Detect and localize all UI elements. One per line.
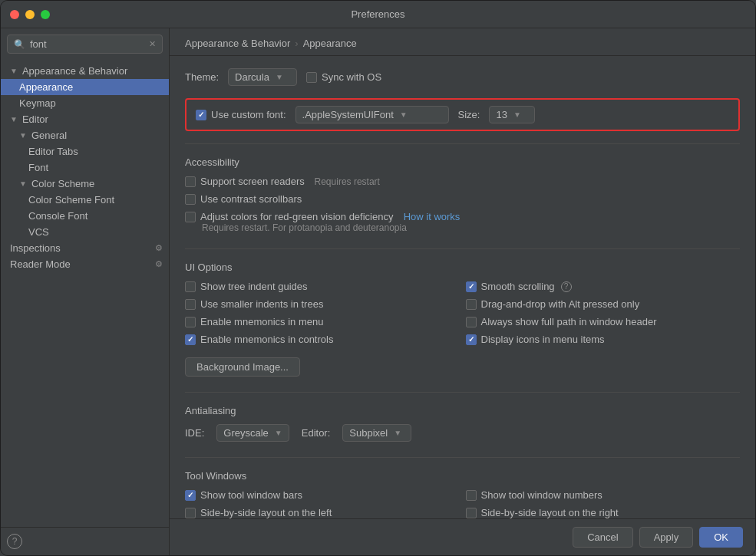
sidebar-item-console-font[interactable]: Console Font [1, 208, 169, 224]
titlebar: Preferences [1, 1, 755, 28]
show-tool-numbers-checkbox[interactable] [466, 490, 477, 501]
drag-drop-checkbox[interactable] [466, 299, 477, 310]
color-adjust-checkbox[interactable] [185, 212, 196, 222]
editor-antialiasing-dropdown[interactable]: Subpixel ▼ [342, 424, 411, 442]
sidebar-tree: Appearance & Behavior Appearance Keymap … [1, 60, 169, 527]
accessibility-title: Accessibility [185, 156, 740, 168]
side-by-side-left-checkbox[interactable] [185, 508, 196, 518]
mnemonics-menu-checkbox[interactable] [185, 317, 196, 327]
dropdown-arrow-icon: ▼ [276, 73, 283, 81]
sidebar-item-label: Reader Mode [10, 258, 71, 270]
tool-windows-grid: Show tool window bars Side-by-side layou… [185, 489, 740, 518]
info-icon: ? [561, 281, 572, 292]
sidebar-item-label: Console Font [28, 210, 87, 222]
close-button[interactable] [10, 10, 19, 19]
sidebar-item-vcs[interactable]: VCS [1, 224, 169, 240]
font-size-dropdown[interactable]: 13 ▼ [489, 106, 535, 123]
main-panel: Appearance & Behavior › Appearance Theme… [170, 28, 755, 555]
how-it-works-link[interactable]: How it works [398, 211, 460, 222]
settings-icon: ⚙ [155, 259, 163, 269]
custom-font-box: Use custom font: .AppleSystemUIFont ▼ Si… [185, 98, 740, 131]
drag-drop-label: Drag-and-drop with Alt pressed only [481, 298, 640, 310]
dropdown-arrow-icon: ▼ [394, 429, 401, 437]
display-icons-checkbox[interactable] [466, 334, 477, 345]
tool-windows-right: Show tool window numbers Side-by-side la… [466, 489, 741, 518]
divider [185, 143, 740, 144]
theme-row: Theme: Darcula ▼ Sync with OS [185, 68, 740, 86]
ui-options-section: UI Options Show tree indent guides Use s… [185, 262, 740, 377]
side-by-side-right-checkbox[interactable] [466, 508, 477, 518]
sidebar-item-label: Editor Tabs [28, 146, 78, 157]
sidebar-item-appearance[interactable]: Appearance [1, 79, 169, 95]
sidebar-item-color-scheme-font[interactable]: Color Scheme Font [1, 192, 169, 208]
cancel-button[interactable]: Cancel [573, 527, 632, 548]
sidebar-bottom: ? [1, 527, 169, 555]
side-by-side-left-label: Side-by-side layout on the left [200, 507, 332, 518]
maximize-button[interactable] [41, 10, 50, 19]
theme-label: Theme: [185, 71, 219, 83]
show-tool-bars-checkbox[interactable] [185, 490, 196, 501]
ui-options-grid: Show tree indent guides Use smaller inde… [185, 281, 740, 351]
sidebar-item-label: Inspections [10, 242, 61, 254]
background-image-button[interactable]: Background Image... [185, 357, 300, 377]
breadcrumb: Appearance & Behavior › Appearance [185, 38, 740, 49]
caret-icon [10, 67, 18, 75]
ide-antialiasing-dropdown[interactable]: Greyscale ▼ [216, 424, 289, 442]
smooth-scrolling-checkbox[interactable] [466, 281, 477, 292]
tree-indent-checkbox[interactable] [185, 281, 196, 292]
side-by-side-left-row: Side-by-side layout on the left [185, 507, 460, 518]
sidebar-item-color-scheme[interactable]: Color Scheme [1, 176, 169, 192]
smooth-scrolling-label: Smooth scrolling [481, 281, 555, 292]
antialiasing-section: Antialiasing IDE: Greyscale ▼ Editor: Su… [185, 405, 740, 442]
dropdown-arrow-icon: ▼ [400, 110, 408, 119]
mnemonics-menu-row: Enable mnemonics in menu [185, 316, 460, 327]
use-custom-font-row: Use custom font: [196, 109, 286, 120]
contrast-scrollbars-label: Use contrast scrollbars [200, 193, 302, 205]
sidebar-item-editor[interactable]: Editor [1, 111, 169, 127]
antialiasing-title: Antialiasing [185, 405, 740, 416]
font-family-value: .AppleSystemUIFont [302, 109, 394, 120]
breadcrumb-separator: › [295, 38, 298, 49]
dropdown-arrow-icon: ▼ [513, 110, 521, 119]
editor-antialiasing-value: Subpixel [349, 427, 388, 439]
sidebar-item-appearance-behavior[interactable]: Appearance & Behavior [1, 63, 169, 79]
show-tool-bars-label: Show tool window bars [200, 489, 302, 501]
requires-restart-note: Requires restart [309, 176, 380, 187]
bottom-bar: Cancel Apply OK [170, 518, 755, 555]
sidebar-item-inspections[interactable]: Inspections ⚙ [1, 240, 169, 256]
sidebar-item-reader-mode[interactable]: Reader Mode ⚙ [1, 256, 169, 272]
search-input[interactable] [30, 38, 144, 50]
full-path-label: Always show full path in window header [481, 316, 657, 327]
apply-button[interactable]: Apply [639, 527, 694, 548]
sidebar-item-label: Appearance [19, 81, 73, 93]
full-path-row: Always show full path in window header [466, 316, 741, 327]
custom-font-checkbox[interactable] [196, 110, 206, 120]
font-family-dropdown[interactable]: .AppleSystemUIFont ▼ [295, 106, 449, 123]
settings-icon: ⚙ [155, 243, 163, 253]
side-by-side-right-row: Side-by-side layout on the right [466, 507, 741, 518]
tree-indent-row: Show tree indent guides [185, 281, 460, 292]
sync-os-checkbox[interactable] [306, 72, 317, 83]
full-path-checkbox[interactable] [466, 317, 477, 327]
sidebar-item-label: Font [28, 162, 48, 173]
search-box[interactable]: 🔍 ✕ [7, 35, 163, 54]
mnemonics-controls-checkbox[interactable] [185, 334, 196, 345]
search-clear-icon[interactable]: ✕ [149, 39, 156, 49]
ok-button[interactable]: OK [699, 527, 743, 548]
contrast-scrollbars-checkbox[interactable] [185, 194, 196, 205]
sidebar-item-label: Appearance & Behavior [22, 65, 127, 77]
ui-options-left: Show tree indent guides Use smaller inde… [185, 281, 460, 351]
help-button[interactable]: ? [7, 534, 22, 549]
breadcrumb-part1: Appearance & Behavior [185, 38, 290, 49]
smaller-indents-checkbox[interactable] [185, 299, 196, 310]
sidebar-item-general[interactable]: General [1, 127, 169, 143]
minimize-button[interactable] [25, 10, 35, 19]
sidebar-item-editor-tabs[interactable]: Editor Tabs [1, 143, 169, 160]
theme-dropdown[interactable]: Darcula ▼ [228, 68, 297, 86]
sync-with-os-row: Sync with OS [306, 71, 381, 83]
sidebar-item-label: Color Scheme [31, 178, 94, 189]
sidebar-item-keymap[interactable]: Keymap [1, 95, 169, 111]
screen-readers-checkbox[interactable] [185, 176, 196, 187]
sidebar-item-font[interactable]: Font [1, 160, 169, 176]
dropdown-arrow-icon: ▼ [275, 429, 282, 437]
